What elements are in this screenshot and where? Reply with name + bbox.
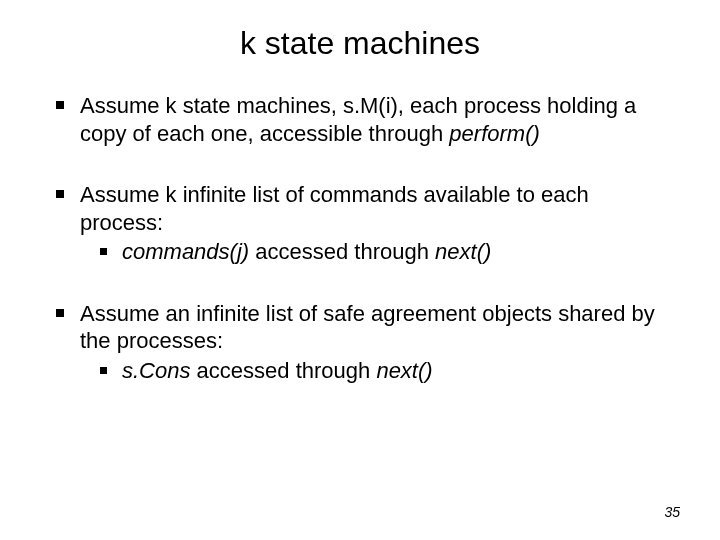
- sub-bullet-item: commands(j) accessed through next(): [80, 238, 670, 266]
- page-number: 35: [664, 504, 680, 520]
- bullet-item: Assume k infinite list of commands avail…: [50, 181, 670, 266]
- slide-title: k state machines: [50, 25, 670, 62]
- sub-bullet-italic: commands(j): [122, 239, 249, 264]
- bullet-text: Assume k state machines, s.M(i), each pr…: [80, 93, 636, 146]
- bullet-text-italic: perform(): [449, 121, 539, 146]
- bullet-list: Assume k state machines, s.M(i), each pr…: [50, 92, 670, 384]
- bullet-text: Assume an infinite list of safe agreemen…: [80, 301, 655, 354]
- sub-bullet-list: commands(j) accessed through next(): [80, 238, 670, 266]
- sub-bullet-text: accessed through: [190, 358, 376, 383]
- sub-bullet-list: s.Cons accessed through next(): [80, 357, 670, 385]
- slide: k state machines Assume k state machines…: [0, 0, 720, 540]
- bullet-text: Assume k infinite list of commands avail…: [80, 182, 589, 235]
- sub-bullet-item: s.Cons accessed through next(): [80, 357, 670, 385]
- sub-bullet-italic: next(): [435, 239, 491, 264]
- sub-bullet-text: accessed through: [249, 239, 435, 264]
- bullet-item: Assume an infinite list of safe agreemen…: [50, 300, 670, 385]
- bullet-item: Assume k state machines, s.M(i), each pr…: [50, 92, 670, 147]
- sub-bullet-italic: s.Cons: [122, 358, 190, 383]
- sub-bullet-italic: next(): [376, 358, 432, 383]
